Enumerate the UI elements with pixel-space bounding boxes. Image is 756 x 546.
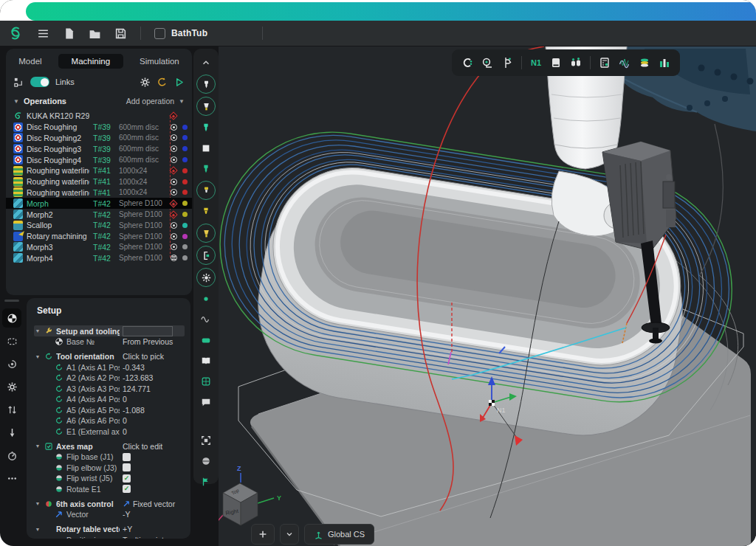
setup-section-row[interactable]: ▼Axes mapClick to edit xyxy=(34,440,185,452)
mesh-icon[interactable] xyxy=(197,373,215,390)
setup-value[interactable]: ✓ xyxy=(123,485,185,493)
tool-icon[interactable] xyxy=(2,423,21,442)
operation-marker-icon[interactable] xyxy=(168,122,179,132)
setup-section-row[interactable]: ▼Rotary table vector+Y xyxy=(34,524,185,535)
setup-property-row[interactable]: A2 (Axis A2 Position)-123.683 xyxy=(34,373,185,384)
section-chevron-icon[interactable]: ▼ xyxy=(34,328,41,334)
operation-marker-icon[interactable] xyxy=(168,155,179,165)
setup-value[interactable]: From Previous xyxy=(123,337,185,346)
operation-marker-icon[interactable] xyxy=(168,242,179,252)
operation-row[interactable]: Disc RoughingT#39600mm disc xyxy=(6,122,192,133)
viewport-3d[interactable]: N1 Right Top Z Y X xyxy=(219,46,756,546)
setup-value[interactable]: Fixed vector xyxy=(123,500,185,508)
strategy-icon[interactable] xyxy=(2,354,21,373)
machine-visibility-icon[interactable] xyxy=(196,246,216,265)
tab-simulation[interactable]: Simulation xyxy=(126,54,193,69)
setup-section-row[interactable]: ▼Setup and tooling xyxy=(34,325,185,336)
table-icon[interactable] xyxy=(197,331,215,349)
tool-visibility-icon[interactable] xyxy=(196,75,216,94)
setup-property-row[interactable]: Rotate E1✓ xyxy=(34,484,185,495)
operation-row[interactable]: Morph3T#42Sphere D100 xyxy=(6,242,192,253)
part-flag-icon[interactable] xyxy=(197,473,215,491)
new-document-icon[interactable] xyxy=(63,27,75,40)
operation-row[interactable]: Rotary machiningT#42Sphere D100 xyxy=(6,231,192,242)
operation-row[interactable]: ScallopT#42Sphere D100 xyxy=(6,220,192,231)
signal-wave-icon[interactable] xyxy=(619,57,630,69)
setup-value[interactable] xyxy=(123,453,185,461)
tool-alt-icon[interactable] xyxy=(197,119,215,136)
operation-marker-icon[interactable] xyxy=(168,210,179,220)
run-play-icon[interactable] xyxy=(173,77,185,88)
operation-row[interactable]: Morph4T#42Sphere D100 xyxy=(6,252,192,263)
fit-view-icon[interactable] xyxy=(197,432,215,449)
control-panel-icon[interactable] xyxy=(550,57,562,69)
operation-row[interactable]: Morph2T#42Sphere D100 xyxy=(6,209,192,220)
setup-property-row[interactable]: Flip elbow (J3) xyxy=(34,463,185,474)
setup-value[interactable]: Click to edit xyxy=(123,442,185,451)
setup-value[interactable]: 124.771 xyxy=(123,384,185,393)
setup-value[interactable]: +Y xyxy=(123,525,185,533)
operation-marker-icon[interactable] xyxy=(168,220,179,230)
setup-value[interactable]: -1.088 xyxy=(123,406,185,415)
machine-c-icon[interactable] xyxy=(461,57,473,69)
spindle-alt-icon[interactable] xyxy=(197,203,215,221)
setup-value[interactable]: -123.683 xyxy=(123,373,185,382)
burst-icon[interactable] xyxy=(196,268,216,287)
tab-model[interactable]: Model xyxy=(5,54,55,69)
sphere-icon[interactable] xyxy=(197,452,215,470)
checkbox-checked[interactable]: ✓ xyxy=(123,485,131,493)
setup-property-row[interactable]: A1 (Axis A1 Position)-0.343 xyxy=(34,362,185,373)
section-chevron-icon[interactable]: ▼ xyxy=(34,527,41,532)
setup-value[interactable] xyxy=(123,463,185,471)
tool-green-icon[interactable] xyxy=(197,160,215,178)
cs-dropdown-button[interactable] xyxy=(280,524,299,545)
setup-property-row[interactable]: Positioning modeTooltip point xyxy=(34,535,185,539)
add-operation-caret-icon[interactable]: ▼ xyxy=(179,98,185,105)
machine-row[interactable]: KUKA KR120 R2900 xyxy=(6,111,192,122)
open-folder-icon[interactable] xyxy=(89,27,101,40)
caliper-icon[interactable] xyxy=(501,57,513,69)
setup-property-row[interactable]: A6 (Axis A6 Position)0 xyxy=(34,415,185,426)
checkbox-unchecked[interactable] xyxy=(123,463,131,471)
probe-icon[interactable] xyxy=(481,57,493,69)
section-chevron-icon[interactable]: ▼ xyxy=(34,354,41,359)
more-dots-icon[interactable] xyxy=(2,469,21,488)
setup-property-row[interactable]: A4 (Axis A4 Position)0 xyxy=(34,394,185,405)
operation-marker-icon[interactable] xyxy=(168,231,179,241)
setup-property-row[interactable]: Vector-Y xyxy=(34,509,185,520)
operation-marker-icon[interactable] xyxy=(168,198,179,209)
setup-property-row[interactable]: A5 (Axis A5 Position)-1.088 xyxy=(34,405,185,416)
operation-marker-icon[interactable] xyxy=(168,111,179,121)
tool-stack-icon[interactable] xyxy=(639,57,650,69)
operation-marker-icon[interactable] xyxy=(168,187,179,198)
checkbox-checked[interactable]: ✓ xyxy=(123,474,131,483)
operation-marker-icon[interactable] xyxy=(168,253,179,263)
stock-icon[interactable] xyxy=(197,139,215,157)
section-chevron-icon[interactable]: ▼ xyxy=(34,443,41,449)
calculator-icon[interactable] xyxy=(599,57,611,69)
setup-tab-icon[interactable] xyxy=(2,308,21,328)
setup-property-row[interactable]: Flip base (J1) xyxy=(34,452,185,463)
statistics-icon[interactable] xyxy=(659,57,670,69)
selection-icon[interactable] xyxy=(2,331,21,350)
axes-icon[interactable] xyxy=(2,400,21,419)
operation-row[interactable]: Disc Roughing2T#39600mm disc xyxy=(6,133,192,144)
drag-handle[interactable] xyxy=(4,300,19,302)
operation-row[interactable]: Roughing waterline3T#411000x24 xyxy=(6,176,192,187)
setup-value[interactable]: Click to pick xyxy=(123,352,185,361)
operation-marker-icon[interactable] xyxy=(168,133,179,143)
feed-dial-icon[interactable] xyxy=(2,446,21,465)
settings-gear-icon[interactable] xyxy=(140,77,151,88)
save-icon[interactable] xyxy=(114,27,127,40)
holder-visibility-icon[interactable] xyxy=(196,97,216,116)
setup-value[interactable]: -Y xyxy=(123,510,185,519)
menu-icon[interactable] xyxy=(37,27,49,40)
setup-section-row[interactable]: ▼Tool orientationClick to pick xyxy=(34,351,185,362)
operation-marker-icon[interactable] xyxy=(168,176,179,187)
setup-value[interactable]: 0 xyxy=(123,416,185,425)
operation-marker-icon[interactable] xyxy=(168,144,179,154)
recalculate-icon[interactable] xyxy=(157,77,168,88)
tab-machining[interactable]: Machining xyxy=(58,54,123,69)
setup-value[interactable]: ✓ xyxy=(123,474,185,483)
project-title[interactable]: BathTub xyxy=(154,28,207,39)
